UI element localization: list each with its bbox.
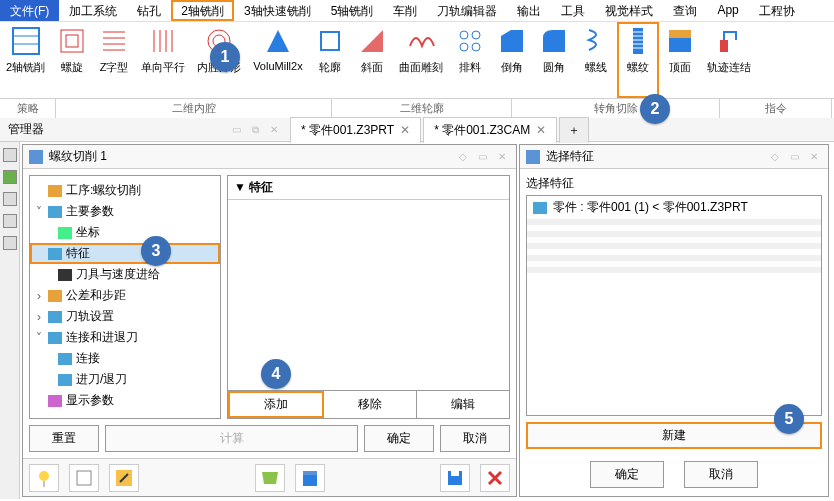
menu-item[interactable]: 视觉样式 (595, 0, 663, 21)
document-tabs: 管理器 ▭ ⧉ ✕ * 零件001.Z3PRT✕ * 零件001.Z3CAM✕ … (0, 118, 834, 142)
menu-item[interactable]: 工具 (551, 0, 595, 21)
svg-rect-4 (66, 35, 78, 47)
delete-icon[interactable] (480, 464, 510, 492)
svg-rect-24 (303, 474, 317, 486)
svg-rect-16 (669, 30, 691, 38)
save-icon[interactable] (440, 464, 470, 492)
tree-node[interactable]: ›公差和步距 (30, 285, 220, 306)
ribbon-thread[interactable]: 螺纹 (617, 22, 659, 98)
close-icon[interactable]: ✕ (400, 123, 410, 137)
tree-node[interactable]: 坐标 (30, 222, 220, 243)
operation-panel: 螺纹切削 1 ◇ ▭ ✕ 3 4 工序:螺纹切削 ˅主要参数 坐标 特征 刀具与… (22, 144, 517, 497)
panel-title: 选择特征 (546, 148, 771, 165)
tree-node[interactable]: 工序:螺纹切削 (30, 180, 220, 201)
svg-rect-0 (13, 28, 39, 54)
tree-node[interactable]: 进刀/退刀 (30, 369, 220, 390)
menu-item[interactable]: 钻孔 (127, 0, 171, 21)
strip-icon[interactable] (3, 236, 17, 250)
strip-icon[interactable] (3, 148, 17, 162)
ribbon-engrave[interactable]: 曲面雕刻 (393, 22, 449, 98)
menu-item[interactable]: 车削 (383, 0, 427, 21)
svg-point-10 (460, 31, 468, 39)
menu-item[interactable]: 3轴快速铣削 (234, 0, 321, 21)
list-item[interactable]: 零件 : 零件001 (1) < 零件001.Z3PRT (527, 196, 821, 219)
tree-node-feature[interactable]: 特征 (30, 243, 220, 264)
panel-controls-icon[interactable]: ◇ ▭ ✕ (771, 151, 822, 162)
svg-marker-23 (262, 472, 278, 484)
cancel-button[interactable]: 取消 (440, 425, 510, 452)
manager-controls-icon[interactable]: ▭ ⧉ ✕ (232, 124, 282, 136)
ribbon-helix[interactable]: 螺线 (575, 22, 617, 98)
calc-button[interactable]: 计算 (105, 425, 358, 452)
feature-icon (526, 150, 540, 164)
panel-footer: 重置 计算 确定 取消 (23, 419, 516, 458)
svg-rect-27 (451, 471, 459, 476)
ribbon-zigzag[interactable]: Z字型 (93, 22, 135, 98)
tool-icon[interactable] (295, 464, 325, 492)
ribbon-top[interactable]: 顶面 (659, 22, 701, 98)
badge-2: 2 (640, 94, 670, 124)
tab-add[interactable]: ＋ (559, 117, 589, 143)
tool-icon[interactable] (29, 464, 59, 492)
select-feature-panel: 选择特征 ◇ ▭ ✕ 5 选择特征 零件 : 零件001 (1) < 零件001… (519, 144, 829, 497)
main-body: 螺纹切削 1 ◇ ▭ ✕ 3 4 工序:螺纹切削 ˅主要参数 坐标 特征 刀具与… (0, 142, 834, 499)
part-icon (533, 202, 547, 214)
badge-3: 3 (141, 236, 171, 266)
menu-file[interactable]: 文件(F) (0, 0, 59, 21)
operation-icon (29, 150, 43, 164)
add-button[interactable]: 添加 (228, 391, 324, 418)
tool-icon[interactable] (255, 464, 285, 492)
menu-item[interactable]: 刀轨编辑器 (427, 0, 507, 21)
ribbon-link[interactable]: 轨迹连结 (701, 22, 757, 98)
menu-item[interactable]: 查询 (663, 0, 707, 21)
menu-item[interactable]: 5轴铣削 (321, 0, 384, 21)
ribbon-2axis-mill[interactable]: 2轴铣削 (0, 22, 51, 98)
edit-button[interactable]: 编辑 (417, 391, 509, 418)
ribbon-ramp[interactable]: 斜面 (351, 22, 393, 98)
feature-header[interactable]: ▼ 特征 (228, 176, 509, 200)
tab-part-cam[interactable]: * 零件001.Z3CAM✕ (423, 117, 557, 143)
ribbon-volumill[interactable]: VoluMill2x (247, 22, 309, 98)
svg-rect-8 (321, 32, 339, 50)
strip-icon[interactable] (3, 192, 17, 206)
tree-node[interactable]: 刀具与速度进给 (30, 264, 220, 285)
menu-item[interactable]: 工程协 (749, 0, 805, 21)
badge-4: 4 (261, 359, 291, 389)
remove-button[interactable]: 移除 (324, 391, 417, 418)
tree-node[interactable]: ›刀轨设置 (30, 306, 220, 327)
ok-button[interactable]: 确定 (590, 461, 664, 488)
badge-5: 5 (774, 404, 804, 434)
tree-node[interactable]: ˅主要参数 (30, 201, 220, 222)
panel-controls-icon[interactable]: ◇ ▭ ✕ (459, 151, 510, 162)
svg-point-11 (472, 31, 480, 39)
close-icon[interactable]: ✕ (536, 123, 546, 137)
svg-marker-14 (501, 30, 523, 52)
ribbon-spiral[interactable]: 螺旋 (51, 22, 93, 98)
tree-node[interactable]: 显示参数 (30, 390, 220, 411)
strip-icon[interactable] (3, 170, 17, 184)
ribbon-parallel[interactable]: 单向平行 (135, 22, 191, 98)
tool-icon[interactable] (109, 464, 139, 492)
ok-button[interactable]: 确定 (364, 425, 434, 452)
svg-rect-18 (720, 40, 728, 52)
ribbon-nesting[interactable]: 排料 (449, 22, 491, 98)
tab-part-prt[interactable]: * 零件001.Z3PRT✕ (290, 117, 421, 143)
ribbon: 1 2 /*icons are simple svgs below*/ 2轴铣削… (0, 22, 834, 98)
reset-button[interactable]: 重置 (29, 425, 99, 452)
tree-node[interactable]: 连接 (30, 348, 220, 369)
svg-rect-17 (669, 38, 691, 52)
ribbon-profile[interactable]: 轮廓 (309, 22, 351, 98)
menu-item[interactable]: 输出 (507, 0, 551, 21)
tree-node[interactable]: ˅连接和进退刀 (30, 327, 220, 348)
strip-icon[interactable] (3, 214, 17, 228)
menu-item[interactable]: 加工系统 (59, 0, 127, 21)
menu-item[interactable]: App (707, 0, 748, 21)
svg-rect-25 (303, 471, 317, 475)
feature-list[interactable]: 零件 : 零件001 (1) < 零件001.Z3PRT (526, 195, 822, 416)
ribbon-fillet[interactable]: 圆角 (533, 22, 575, 98)
ribbon-chamfer[interactable]: 倒角 (491, 22, 533, 98)
cancel-button[interactable]: 取消 (684, 461, 758, 488)
tool-icon[interactable] (69, 464, 99, 492)
menu-2axis-mill[interactable]: 2轴铣削 (171, 0, 234, 21)
menu-bar: 文件(F) 加工系统 钻孔 2轴铣削 3轴快速铣削 5轴铣削 车削 刀轨编辑器 … (0, 0, 834, 22)
